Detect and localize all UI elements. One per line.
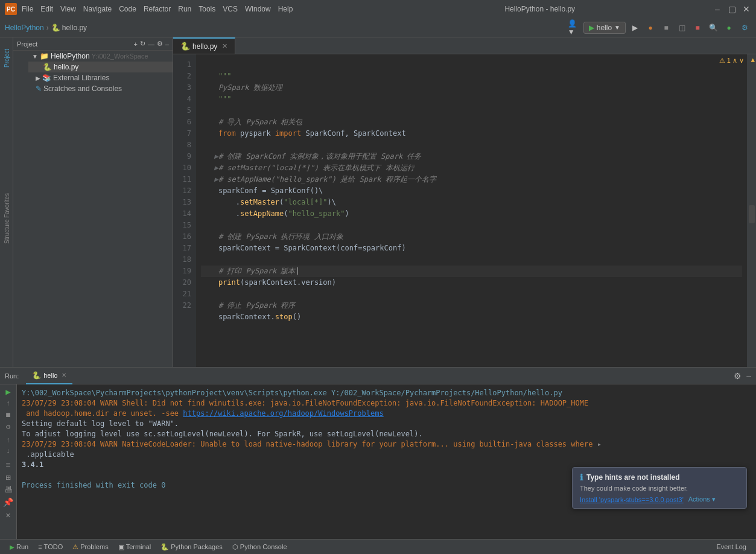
close-sidebar-icon[interactable]: – — [165, 40, 169, 48]
console-output[interactable]: Y:\002_WorkSpace\PycharmProjects\pythonP… — [17, 384, 756, 539]
menu-code[interactable]: Code — [119, 5, 136, 13]
tree-file-hello[interactable]: 🐍 hello.py — [28, 62, 173, 72]
toolbar-console[interactable]: ⬡ Python Console — [227, 540, 292, 555]
settings-button[interactable]: ⚙ — [738, 21, 751, 34]
scroll-up-btn[interactable]: ↑ — [6, 436, 10, 445]
sidebar-title: Project — [17, 40, 131, 48]
lib-icon: 📚 — [42, 74, 51, 82]
search-everywhere-button[interactable]: 🔍 — [707, 21, 720, 34]
run-label: Run: — [2, 372, 21, 380]
console-line: .applicable — [22, 450, 751, 460]
run-controls: 👤▼ ▶ hello ▼ ▶ ● ■ ◫ ■ 🔍 ● ⚙ — [568, 21, 751, 34]
maximize-button[interactable]: ▢ — [727, 4, 737, 14]
gear-icon-btn[interactable]: ⚙ — [731, 369, 744, 383]
profile-button[interactable]: ◫ — [675, 21, 688, 34]
event-log-btn[interactable]: Event Log — [711, 543, 751, 550]
settings-sidebar-icon[interactable]: ⚙ — [157, 40, 163, 48]
tree-root-path: Y:\002_WorkSpace — [92, 53, 148, 60]
settings-run-btn[interactable]: ⚙ — [6, 422, 10, 431]
toolbar-terminal[interactable]: ▣ Terminal — [113, 540, 156, 555]
tree-root[interactable]: ▼ 📁 HelloPython Y:\002_WorkSpace — [28, 51, 173, 62]
scroll-down-btn[interactable]: ↓ — [6, 447, 10, 456]
problems-icon: ⚠ — [72, 543, 78, 551]
minimize-panel-btn[interactable]: – — [744, 369, 754, 383]
menu-window[interactable]: Window — [245, 5, 271, 13]
tree-file-hello-name: hello.py — [54, 63, 78, 71]
editor-tab-hello[interactable]: 🐍 hello.py ✕ — [173, 37, 235, 54]
menu-edit[interactable]: Edit — [40, 5, 53, 13]
run-button[interactable]: ▶ — [628, 21, 641, 34]
breadcrumb-file[interactable]: 🐍hello.py — [51, 24, 87, 32]
menu-bar: File Edit View Navigate Code Refactor Ru… — [22, 5, 367, 13]
bottom-toolbar: ▶ Run ≡ TODO ⚠ Problems ▣ Terminal 🐍 Pyt… — [0, 539, 756, 554]
print-btn[interactable]: 🖶 — [4, 485, 13, 495]
bottom-panel: Run: 🐍 hello ✕ ⚙ – ▶ ↑ ■ ⚙ ↑ ↓ ≡ ⊞ � — [0, 367, 756, 539]
right-gutter: ▲ — [747, 54, 756, 367]
hint-install-link[interactable]: Install 'pyspark-stubs==3.0.0.post3' — [580, 496, 684, 503]
run-left-controls: ▶ ↑ ■ ⚙ ↑ ↓ ≡ ⊞ 🖶 📌 ✕ — [0, 384, 17, 539]
tab-python-icon: 🐍 — [180, 42, 190, 51]
menu-vcs[interactable]: VCS — [223, 5, 238, 13]
window-title: HelloPython - hello.py — [367, 5, 713, 13]
structure-icon[interactable]: Structure — [1, 226, 13, 238]
menu-refactor[interactable]: Refactor — [144, 5, 171, 13]
toolbar-packages[interactable]: 🐍 Python Packages — [156, 540, 227, 555]
scratch-icon: ✎ — [36, 84, 42, 93]
run-play-btn[interactable]: ▶ — [5, 387, 10, 397]
menu-view[interactable]: View — [60, 5, 76, 13]
close-run-btn[interactable]: ✕ — [5, 510, 10, 520]
bottom-panel-tabs: Run: 🐍 hello ✕ ⚙ – — [0, 368, 756, 384]
run-config-selector[interactable]: ▶ hello ▼ — [583, 22, 626, 34]
terminal-icon: ▣ — [118, 543, 124, 551]
editor-area: Project Favorites Structure Project + ↻ … — [0, 37, 756, 367]
add-icon[interactable]: + — [133, 40, 137, 48]
project-icon[interactable]: Project — [1, 40, 13, 76]
console-link[interactable]: https://wiki.apache.org/hadoop/WindowsPr… — [183, 409, 383, 418]
hello-run-label: hello — [43, 372, 57, 379]
expand-icon: ▼ — [32, 53, 38, 60]
close-run-tab-icon[interactable]: ✕ — [62, 372, 66, 378]
close-button[interactable]: ✕ — [742, 4, 751, 14]
hint-actions-button[interactable]: Actions ▾ — [688, 495, 716, 503]
menu-tools[interactable]: Tools — [199, 5, 215, 13]
code-content[interactable]: """ PySpark 数据处理 """ # 导入 PySpark 相关包 fr… — [196, 54, 747, 367]
stop-run-btn[interactable]: ■ — [5, 410, 10, 420]
wrap-lines-btn[interactable]: ≡ — [5, 460, 10, 470]
soft-wrap-btn[interactable]: ⊞ — [5, 473, 10, 483]
notifications-button[interactable]: ● — [722, 21, 735, 34]
menu-help[interactable]: Help — [278, 5, 293, 13]
tree-scratches[interactable]: ✎ Scratches and Consoles — [28, 83, 173, 94]
stop-button[interactable]: ■ — [691, 21, 704, 34]
breadcrumb-project[interactable]: HelloPython — [5, 24, 44, 32]
terminal-label: Terminal — [126, 543, 151, 550]
user-icon-button[interactable]: 👤▼ — [568, 21, 581, 34]
toolbar-todo[interactable]: ≡ TODO — [33, 540, 68, 555]
bookmark-icon[interactable]: Favorites — [1, 199, 13, 211]
hello-run-icon: 🐍 — [32, 371, 41, 380]
menu-file[interactable]: File — [22, 5, 33, 13]
window-controls: – ▢ ✕ — [713, 4, 751, 14]
hint-title: Type hints are not installed — [586, 473, 679, 482]
menu-navigate[interactable]: Navigate — [83, 5, 112, 13]
menu-run[interactable]: Run — [178, 5, 191, 13]
hint-popup: ℹ Type hints are not installed They coul… — [572, 467, 747, 509]
pin-btn[interactable]: 📌 — [3, 497, 13, 508]
collapse-all-icon[interactable]: ― — [148, 40, 154, 48]
tree-external-libs[interactable]: ▶ 📚 External Libraries — [28, 72, 173, 83]
tab-close-icon[interactable]: ✕ — [222, 42, 227, 50]
packages-label: Python Packages — [171, 543, 223, 550]
toolbar-problems[interactable]: ⚠ Problems — [68, 540, 113, 555]
run-toolbar-label: Run — [16, 543, 28, 550]
bottom-tab-hello[interactable]: 🐍 hello ✕ — [26, 368, 72, 384]
main-area: Project Favorites Structure Project + ↻ … — [0, 37, 756, 539]
rerun-btn[interactable]: ↑ — [6, 400, 10, 408]
tree-scratches-name: Scratches and Consoles — [43, 84, 122, 93]
coverage-button[interactable]: ■ — [659, 21, 673, 34]
breadcrumb: HelloPython › 🐍hello.py — [5, 24, 87, 32]
minimize-button[interactable]: – — [713, 4, 722, 14]
sync-icon[interactable]: ↻ — [140, 40, 145, 48]
debug-button[interactable]: ● — [644, 21, 657, 34]
toolbar-run[interactable]: ▶ Run — [5, 540, 33, 555]
console-line: 23/07/29 23:08:04 WARN Shell: Did not fi… — [22, 398, 751, 409]
left-toolbar: Project Favorites Structure — [0, 37, 13, 367]
